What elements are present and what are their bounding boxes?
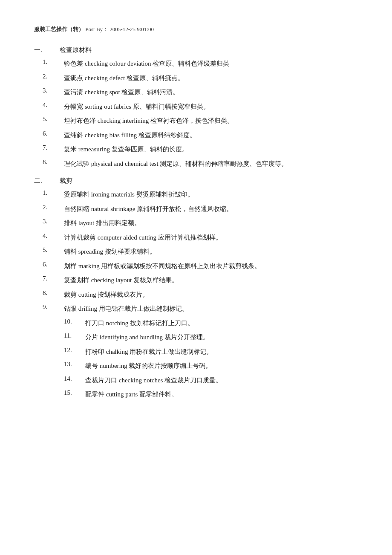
section-title-1: 检查原材料: [60, 46, 92, 54]
list-item: 7.复米 remeasuring 复查每匹原、辅料的长度。: [34, 144, 358, 155]
list-item: 11.分片 identifying and bundling 裁片分开整理。: [34, 332, 358, 343]
item-text: 查疵点 checking defect 检查原、辅料疵点。: [64, 73, 184, 84]
item-text: 配零件 cutting parts 配零部件料。: [85, 389, 178, 400]
item-number: 5.: [43, 246, 64, 257]
item-number: 6.: [43, 261, 64, 272]
item-number: 2.: [43, 73, 64, 84]
list-item: 13.编号 numbering 裁好的衣片按顺序编上号码。: [34, 361, 358, 372]
item-text: 验色差 checking colour deviation 检查原、辅料色泽级差…: [64, 58, 229, 69]
item-text: 打刀口 notching 按划样标记打上刀口。: [85, 318, 194, 329]
list-item: 3.查污渍 checking spot 检查原、辅料污渍。: [34, 87, 358, 98]
item-text: 理化试验 physical and chemical test 测定原、辅材料的…: [64, 159, 288, 170]
list-item: 15.配零件 cutting parts 配零部件料。: [34, 389, 358, 400]
item-text: 复米 remeasuring 复查每匹原、辅料的长度。: [64, 144, 188, 155]
item-text: 分幅宽 sorting out fabrics 原、辅料门幅按宽窄归类。: [64, 101, 210, 113]
item-number: 5.: [43, 116, 64, 127]
list-item: 4.计算机裁剪 computer aided cutting 应用计算机推档划样…: [34, 232, 358, 243]
item-number: 13.: [64, 361, 85, 372]
item-number: 12.: [64, 347, 85, 358]
list-item: 6.划样 marking 用样板或漏划板按不同规格在原料上划出衣片裁剪线条。: [34, 261, 358, 272]
item-text: 划样 marking 用样板或漏划板按不同规格在原料上划出衣片裁剪线条。: [64, 261, 261, 272]
list-item: 7.复查划样 checking layout 复核划样结果。: [34, 275, 358, 286]
list-item: 8.裁剪 cutting 按划样裁成衣片。: [34, 289, 358, 301]
item-text: 编号 numbering 裁好的衣片按顺序编上号码。: [85, 361, 212, 372]
item-text: 打粉印 chalking 用粉在裁片上做出缝制标记。: [85, 347, 213, 358]
list-item: 2.查疵点 checking defect 检查原、辅料疵点。: [34, 73, 358, 84]
item-number: 1.: [43, 58, 64, 69]
section-num-2: 二.: [34, 177, 60, 185]
item-number: 8.: [43, 159, 64, 170]
item-number: 9.: [43, 304, 64, 315]
list-item: 8.理化试验 physical and chemical test 测定原、辅材…: [34, 159, 358, 170]
list-item: 1.验色差 checking colour deviation 检查原、辅料色泽…: [34, 58, 358, 69]
item-number: 1.: [43, 189, 64, 200]
item-text: 查污渍 checking spot 检查原、辅料污渍。: [64, 87, 179, 98]
post-label: Post By：: [85, 26, 108, 32]
section-title-2: 裁剪: [60, 177, 72, 185]
item-number: 14.: [64, 375, 85, 386]
item-text: 排料 layout 排出用料定额。: [64, 218, 141, 229]
item-number: 10.: [64, 318, 85, 329]
section-header-1: 一.检查原材料: [34, 46, 358, 54]
list-item: 12.打粉印 chalking 用粉在裁片上做出缝制标记。: [34, 347, 358, 358]
list-item: 1.烫原辅料 ironing materials 熨烫原辅料折皱印。: [34, 189, 358, 200]
item-text: 查裁片刀口 checking notches 检查裁片刀口质量。: [85, 375, 222, 386]
item-text: 铺料 spreading 按划样要求铺料。: [64, 246, 156, 257]
item-number: 2.: [43, 204, 64, 215]
item-number: 6.: [43, 130, 64, 141]
section-header-2: 二.裁剪: [34, 177, 358, 185]
section-num-1: 一.: [34, 46, 60, 54]
item-number: 3.: [43, 218, 64, 229]
list-item: 10.打刀口 notching 按划样标记打上刀口。: [34, 318, 358, 329]
list-item: 3.排料 layout 排出用料定额。: [34, 218, 358, 229]
list-item: 5.铺料 spreading 按划样要求铺料。: [34, 246, 358, 257]
item-number: 7.: [43, 144, 64, 155]
item-text: 裁剪 cutting 按划样裁成衣片。: [64, 289, 149, 301]
item-text: 钻眼 drilling 用电钻在裁片上做出缝制标记。: [64, 304, 188, 315]
list-item: 2.自然回缩 natural shrinkage 原辅料打开放松，自然通风收缩。: [34, 204, 358, 215]
item-number: 8.: [43, 289, 64, 301]
list-item: 5.坦衬布色泽 checking interlining 检查衬布色泽，按色泽归…: [34, 116, 358, 127]
item-text: 复查划样 checking layout 复核划样结果。: [64, 275, 178, 286]
item-number: 3.: [43, 87, 64, 98]
item-number: 11.: [64, 332, 85, 343]
page-title: 服装工艺操作（转）: [34, 26, 84, 32]
list-item: 4.分幅宽 sorting out fabrics 原、辅料门幅按宽窄归类。: [34, 101, 358, 113]
item-text: 烫原辅料 ironing materials 熨烫原辅料折皱印。: [64, 189, 194, 200]
item-text: 分片 identifying and bundling 裁片分开整理。: [85, 332, 209, 343]
item-text: 坦衬布色泽 checking interlining 检查衬布色泽，按色泽归类。: [64, 116, 233, 127]
item-number: 4.: [43, 232, 64, 243]
list-item: 14.查裁片刀口 checking notches 检查裁片刀口质量。: [34, 375, 358, 386]
list-item: 9.钻眼 drilling 用电钻在裁片上做出缝制标记。: [34, 304, 358, 315]
item-number: 15.: [64, 389, 85, 400]
post-date: 2005-12-25 9:01:00: [110, 26, 154, 32]
page-header: 服装工艺操作（转） Post By： 2005-12-25 9:01:00: [34, 26, 358, 33]
item-text: 查纬斜 checking bias filling 检查原料纬纱斜度。: [64, 130, 196, 141]
item-text: 计算机裁剪 computer aided cutting 应用计算机推档划样。: [64, 232, 222, 243]
item-number: 7.: [43, 275, 64, 286]
item-text: 自然回缩 natural shrinkage 原辅料打开放松，自然通风收缩。: [64, 204, 233, 215]
item-number: 4.: [43, 101, 64, 113]
list-item: 6.查纬斜 checking bias filling 检查原料纬纱斜度。: [34, 130, 358, 141]
main-content: 一.检查原材料1.验色差 checking colour deviation 检…: [34, 46, 358, 400]
